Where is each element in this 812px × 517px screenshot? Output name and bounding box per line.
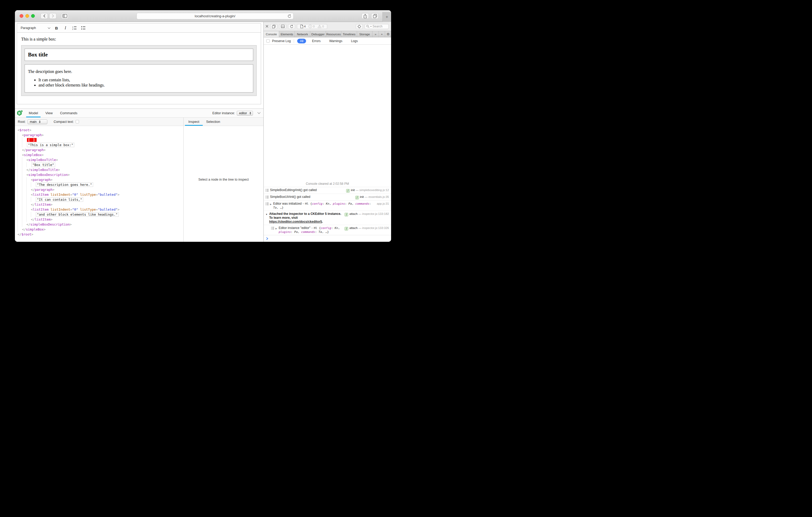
bold-button[interactable]: B: [52, 25, 61, 31]
text: .: [322, 220, 323, 223]
simple-box-widget[interactable]: Box title The description goes here. It …: [21, 45, 257, 96]
tree-line[interactable]: </$root>: [18, 232, 183, 237]
tree-line[interactable]: "and other block elements like headings.…: [18, 212, 183, 217]
tab-elements[interactable]: Elements: [279, 31, 295, 37]
indent-guide: [22, 192, 26, 197]
numbered-list-button[interactable]: 12: [70, 25, 79, 31]
ck-tab-commands[interactable]: Commands: [57, 109, 80, 117]
bulleted-list-button[interactable]: [79, 25, 88, 31]
filter-all[interactable]: All: [297, 39, 306, 43]
editor-instance-select[interactable]: editor: [237, 111, 253, 116]
zoom-window-button[interactable]: [31, 14, 35, 18]
filter-warnings[interactable]: Warnings: [326, 39, 345, 43]
reload-page-button[interactable]: [288, 24, 295, 29]
tab-network[interactable]: Network: [295, 31, 310, 37]
text: —: [355, 188, 359, 191]
ck-tab-model[interactable]: Model: [26, 109, 40, 117]
tree-line[interactable]: <listItem listIndent="0" listType="bulle…: [18, 207, 183, 212]
tree-line[interactable]: <simpleBoxDescription>: [18, 172, 183, 177]
message-source[interactable]: fattach — inspector.js:133:326: [345, 226, 389, 231]
tab-overview-button[interactable]: [371, 13, 379, 19]
heading-dropdown[interactable]: Paragraph: [18, 25, 52, 31]
tree-line[interactable]: <paragraph>: [18, 132, 183, 138]
tab-timelines[interactable]: Timelines: [341, 31, 357, 37]
tree-line[interactable]: </listItem>: [18, 217, 183, 222]
tree-line[interactable]: "This is a simple box:": [18, 143, 183, 147]
tree-line[interactable]: [ ]: [18, 138, 183, 143]
tree-line[interactable]: </listItem>: [18, 202, 183, 207]
tag-name: simpleBox: [24, 153, 42, 157]
console-message[interactable]: SimpleBoxEditing#init() got calledfinit …: [264, 187, 391, 194]
compact-text-checkbox[interactable]: [76, 120, 79, 123]
preserve-log-checkbox[interactable]: [266, 39, 270, 42]
message-source[interactable]: finit — essentials.js:35: [355, 195, 389, 200]
root-select[interactable]: main: [27, 119, 47, 124]
add-tab-button[interactable]: +: [379, 31, 385, 37]
italic-button[interactable]: I: [61, 25, 70, 31]
close-inspector-button[interactable]: [265, 24, 268, 29]
function-name: init: [351, 188, 355, 191]
tab-debugger[interactable]: Debugger: [310, 31, 326, 37]
tree-line[interactable]: <simpleBox>: [18, 152, 183, 157]
console-link[interactable]: https://ckeditor.com/docs/ckeditor5: [269, 220, 322, 223]
tree-line[interactable]: <listItem listIndent="0" listType="bulle…: [18, 192, 183, 197]
message-source[interactable]: fattach — inspector.js:133:182: [345, 212, 389, 216]
heading-dropdown-label: Paragraph: [21, 26, 36, 30]
message-source[interactable]: app.js:31: [377, 202, 389, 206]
indent-guide: [18, 212, 22, 217]
tree-line[interactable]: </simpleBoxDescription>: [18, 222, 183, 227]
selection-marker: [ ]: [27, 138, 37, 142]
simple-box-description[interactable]: The description goes here. It can contai…: [25, 64, 253, 93]
element-picker-button[interactable]: [356, 24, 363, 29]
close-window-button[interactable]: [20, 14, 23, 18]
inspector-search-field[interactable]: Search: [365, 24, 389, 29]
tree-line[interactable]: <simpleBoxTitle>: [18, 157, 183, 162]
sidebar-button[interactable]: [61, 13, 68, 19]
tree-line[interactable]: </paragraph>: [18, 147, 183, 152]
tree-line[interactable]: "It can contain lists,": [18, 197, 183, 202]
share-button[interactable]: [361, 13, 369, 19]
node-pane-tab-selection[interactable]: Selection: [203, 118, 224, 126]
editor-editable-area[interactable]: This is a simple box: Box title The desc…: [17, 33, 261, 104]
page-count: 4: [300, 25, 306, 28]
back-button[interactable]: [40, 13, 48, 19]
tree-line[interactable]: "Box title": [18, 162, 183, 167]
dock-bottom-button[interactable]: [279, 24, 286, 29]
simple-box-title[interactable]: Box title: [25, 49, 253, 61]
indent-guide: [18, 197, 22, 202]
console-message[interactable]: ▶Editor instance "editor" – Hl {config: …: [264, 225, 391, 235]
message-source[interactable]: finit — simpleboxediting.js:12: [346, 188, 389, 193]
filter-logs[interactable]: Logs: [348, 39, 360, 43]
safari-window: localhost/creating-a-plugin/ +: [15, 10, 391, 242]
indent-guide: [18, 192, 22, 197]
tree-line[interactable]: </simpleBoxTitle>: [18, 167, 183, 172]
tree-line[interactable]: </paragraph>: [18, 187, 183, 192]
tree-line[interactable]: "The description goes here.": [18, 182, 183, 187]
minimize-window-button[interactable]: [25, 14, 29, 18]
filter-errors[interactable]: Errors: [310, 39, 323, 43]
inspector-settings-button[interactable]: ⚙: [385, 31, 391, 37]
console-message[interactable]: ▶Editor was initialized – Hl {config: Kn…: [264, 201, 391, 211]
collapse-inspector-button[interactable]: [257, 111, 261, 116]
forward-button[interactable]: [49, 13, 57, 19]
ck-tab-view[interactable]: View: [42, 109, 55, 117]
console-message[interactable]: ▼Attached the inspector to a CKEditor 5 …: [264, 211, 391, 225]
tab-console[interactable]: Console: [264, 31, 279, 37]
tree-line[interactable]: <paragraph>: [18, 177, 183, 182]
console-message[interactable]: SimpleBoxUI#init() got calledfinit — ess…: [264, 194, 391, 201]
node-pane-tab-inspect[interactable]: Inspect: [185, 118, 203, 126]
issues-summary[interactable]: 4 0 0: [297, 24, 327, 29]
detach-inspector-button[interactable]: [270, 24, 277, 29]
new-tab-button[interactable]: +: [382, 12, 391, 22]
tag-name: paragraph: [24, 133, 42, 137]
tree-line[interactable]: <$root>: [18, 127, 183, 132]
reload-button[interactable]: [288, 14, 291, 19]
url-field[interactable]: localhost/creating-a-plugin/: [137, 13, 293, 19]
tab-overflow-button[interactable]: »: [373, 31, 379, 37]
console-prompt[interactable]: [264, 235, 391, 242]
attribute-name: listType: [80, 208, 96, 211]
log-list-icon: [265, 202, 269, 206]
tab-storage[interactable]: Storage: [357, 31, 373, 37]
tab-resources[interactable]: Resources: [326, 31, 341, 37]
tree-line[interactable]: </simpleBox>: [18, 227, 183, 232]
